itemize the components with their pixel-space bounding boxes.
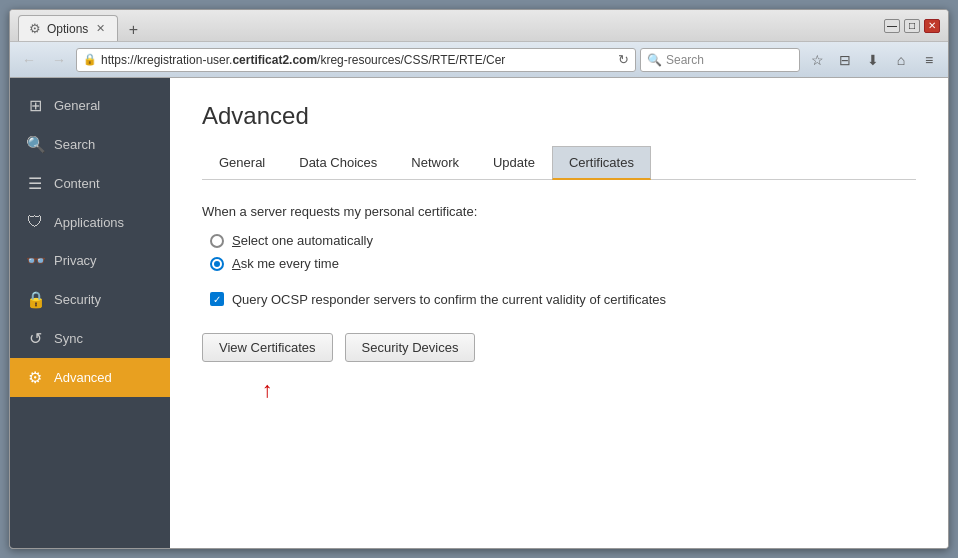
general-icon: ⊞ (26, 96, 44, 115)
tab-title: Options (47, 22, 88, 36)
url-display: https://kregistration-user.certificat2.c… (101, 53, 614, 67)
minimize-button[interactable]: — (884, 19, 900, 33)
tab-general[interactable]: General (202, 146, 282, 180)
tab-update[interactable]: Update (476, 146, 552, 180)
sidebar-item-sync[interactable]: ↺ Sync (10, 319, 170, 358)
sidebar: ⊞ General 🔍 Search ☰ Content 🛡 Applicati… (10, 78, 170, 548)
privacy-icon: 👓 (26, 251, 44, 270)
sidebar-item-security[interactable]: 🔒 Security (10, 280, 170, 319)
certificate-buttons-row: View Certificates ↑ Security Devices (202, 333, 916, 362)
security-icon: 🔒 (26, 290, 44, 309)
lock-icon: 🔒 (83, 53, 97, 66)
sidebar-label-applications: Applications (54, 215, 124, 230)
radio-auto[interactable]: Select one automatically (210, 233, 916, 248)
content-panel: Advanced General Data Choices Network Up… (170, 78, 948, 548)
back-button[interactable]: ← (16, 47, 42, 73)
reload-button[interactable]: ↻ (618, 52, 629, 67)
tab-network[interactable]: Network (394, 146, 476, 180)
maximize-button[interactable]: □ (904, 19, 920, 33)
sidebar-item-privacy[interactable]: 👓 Privacy (10, 241, 170, 280)
view-certs-label: View Certificates (219, 340, 316, 355)
content-icon: ☰ (26, 174, 44, 193)
address-bar[interactable]: 🔒 https://kregistration-user.certificat2… (76, 48, 636, 72)
sidebar-label-search: Search (54, 137, 95, 152)
sidebar-label-general: General (54, 98, 100, 113)
radio-label-ask: Ask me every time (232, 256, 339, 271)
radio-dot-ask (214, 261, 220, 267)
radio-label-auto: Select one automatically (232, 233, 373, 248)
download-button[interactable]: ⬇ (860, 47, 886, 73)
new-tab-button[interactable]: + (122, 19, 144, 41)
nav-right-buttons: ☆ ⊟ ⬇ ⌂ ≡ (804, 47, 942, 73)
devices-underline-d: D (412, 340, 421, 355)
title-bar: ⚙ Options ✕ + — □ ✕ (10, 10, 948, 42)
tab-data-choices[interactable]: Data Choices (282, 146, 394, 180)
radio-ask[interactable]: Ask me every time (210, 256, 916, 271)
sidebar-label-advanced: Advanced (54, 370, 112, 385)
url-prefix: https://kregistration-user. (101, 53, 232, 67)
ocsp-checkbox-label: Query OCSP responder servers to confirm … (232, 291, 666, 309)
sidebar-label-security: Security (54, 292, 101, 307)
advanced-icon: ⚙ (26, 368, 44, 387)
browser-window: ⚙ Options ✕ + — □ ✕ ← → 🔒 https://kregis… (9, 9, 949, 549)
sidebar-item-applications[interactable]: 🛡 Applications (10, 203, 170, 241)
sidebar-item-search[interactable]: 🔍 Search (10, 125, 170, 164)
main-area: ⊞ General 🔍 Search ☰ Content 🛡 Applicati… (10, 78, 948, 548)
sidebar-item-general[interactable]: ⊞ General (10, 86, 170, 125)
gear-icon: ⚙ (29, 21, 41, 36)
tab-close-button[interactable]: ✕ (94, 22, 107, 35)
search-icon: 🔍 (647, 53, 662, 67)
sidebar-item-advanced[interactable]: → ⚙ Advanced (10, 358, 170, 397)
options-tabs-row: General Data Choices Network Update Cert… (202, 146, 916, 180)
page-title: Advanced (202, 102, 916, 130)
applications-icon: 🛡 (26, 213, 44, 231)
check-icon: ✓ (213, 294, 221, 305)
search-sidebar-icon: 🔍 (26, 135, 44, 154)
forward-button[interactable]: → (46, 47, 72, 73)
tab-certificates[interactable]: Certificates (552, 146, 651, 180)
url-domain: certificat2.com (232, 53, 317, 67)
certificate-prompt: When a server requests my personal certi… (202, 204, 916, 219)
radio-group: Select one automatically Ask me every ti… (210, 233, 916, 271)
nav-bar: ← → 🔒 https://kregistration-user.certifi… (10, 42, 948, 78)
security-devices-label: Security Devices (362, 340, 459, 355)
radio-circle-auto (210, 234, 224, 248)
ocsp-checkbox-row[interactable]: ✓ Query OCSP responder servers to confir… (210, 291, 916, 309)
security-devices-button[interactable]: Security Devices (345, 333, 476, 362)
home-button[interactable]: ⌂ (888, 47, 914, 73)
browser-tab-options[interactable]: ⚙ Options ✕ (18, 15, 118, 41)
url-path: /kreg-resources/CSS/RTE/RTE/Cer (317, 53, 505, 67)
sidebar-label-privacy: Privacy (54, 253, 97, 268)
search-text: Search (666, 53, 704, 67)
close-button[interactable]: ✕ (924, 19, 940, 33)
bookmark-list-button[interactable]: ⊟ (832, 47, 858, 73)
search-bar[interactable]: 🔍 Search (640, 48, 800, 72)
sync-icon: ↺ (26, 329, 44, 348)
view-certs-arrow-annotation: ↑ (262, 377, 273, 403)
radio-circle-ask (210, 257, 224, 271)
sidebar-label-content: Content (54, 176, 100, 191)
ocsp-checkbox[interactable]: ✓ (210, 292, 224, 306)
sidebar-item-content[interactable]: ☰ Content (10, 164, 170, 203)
tab-bar: ⚙ Options ✕ + (18, 10, 876, 41)
window-controls: — □ ✕ (884, 19, 940, 33)
sidebar-label-sync: Sync (54, 331, 83, 346)
bookmark-star-button[interactable]: ☆ (804, 47, 830, 73)
content-inner: Advanced General Data Choices Network Up… (170, 78, 948, 386)
view-certificates-button[interactable]: View Certificates ↑ (202, 333, 333, 362)
certs-underline-c: C (251, 340, 260, 355)
menu-button[interactable]: ≡ (916, 47, 942, 73)
